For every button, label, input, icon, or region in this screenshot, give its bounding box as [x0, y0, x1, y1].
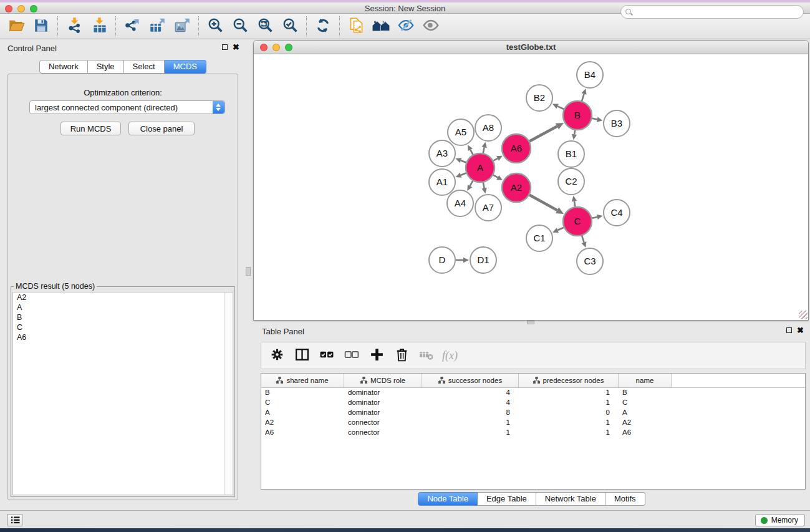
- graph-node-B4[interactable]: B4: [577, 62, 603, 88]
- graph-edge-A-A6[interactable]: [493, 156, 503, 161]
- close-panel-icon[interactable]: ✖: [233, 44, 239, 51]
- mcds-result-item[interactable]: A: [13, 302, 233, 312]
- table-cell[interactable]: dominator: [344, 388, 422, 398]
- mcds-result-list[interactable]: A2ABCA6: [12, 292, 233, 495]
- table-cell[interactable]: 0: [519, 408, 619, 418]
- table-cell[interactable]: dominator: [344, 398, 422, 408]
- table-cell[interactable]: 1: [422, 428, 519, 438]
- table-close-panel-icon[interactable]: ✖: [797, 327, 804, 334]
- settings-gear-button[interactable]: [268, 346, 286, 365]
- table-cell[interactable]: 1: [519, 388, 619, 398]
- mcds-result-item[interactable]: C: [13, 322, 233, 332]
- tab-edge-table[interactable]: Edge Table: [478, 492, 536, 506]
- table-cell[interactable]: 4: [422, 388, 519, 398]
- zoom-in-button[interactable]: [203, 15, 228, 37]
- table-row[interactable]: Cdominator41C: [261, 398, 805, 408]
- import-table-button[interactable]: [87, 15, 112, 37]
- task-history-button[interactable]: [7, 514, 22, 526]
- graph-node-B1[interactable]: B1: [558, 141, 584, 167]
- column-header-shared-name[interactable]: shared name: [261, 374, 344, 387]
- mcds-result-item[interactable]: A6: [13, 332, 233, 342]
- table-cell[interactable]: 1: [422, 418, 519, 428]
- graph-node-C1[interactable]: C1: [526, 225, 552, 251]
- graph-edge-A-A8[interactable]: [482, 142, 487, 153]
- export-network-button[interactable]: [120, 15, 145, 37]
- graph-node-C4[interactable]: C4: [604, 200, 630, 226]
- graph-node-D[interactable]: D: [429, 247, 455, 273]
- graph-edge-B-B2[interactable]: [552, 104, 564, 109]
- graph-edge-C-C1[interactable]: [552, 228, 564, 233]
- network-canvas[interactable]: B4B2BB3A5A8A6B1A3AA1C2A2A4A7CC4C1C3DD1: [254, 54, 808, 320]
- table-cell[interactable]: A: [619, 408, 672, 418]
- graph-node-D1[interactable]: D1: [470, 247, 496, 273]
- table-cell[interactable]: 1: [519, 428, 619, 438]
- open-session-button[interactable]: [4, 15, 29, 37]
- split-columns-button[interactable]: [292, 346, 311, 365]
- graph-edge-A6-B[interactable]: [529, 123, 564, 142]
- function-builder-button[interactable]: f(x): [442, 349, 458, 362]
- table-cell[interactable]: A2: [261, 418, 344, 428]
- table-cell[interactable]: 1: [519, 398, 619, 408]
- memory-button[interactable]: Memory: [755, 514, 805, 526]
- result-list-scrollbar[interactable]: [224, 293, 233, 495]
- network-window-titlebar[interactable]: testGlobe.txt: [254, 41, 808, 54]
- delete-table-button[interactable]: [417, 346, 436, 365]
- graph-edge-A-A2[interactable]: [493, 175, 503, 180]
- table-cell[interactable]: connector: [344, 418, 422, 428]
- visibility-button[interactable]: [418, 15, 443, 37]
- tab-motifs[interactable]: Motifs: [605, 492, 645, 506]
- save-session-button[interactable]: [29, 15, 54, 37]
- graph-node-A6[interactable]: A6: [502, 134, 531, 163]
- graph-edge-A2-C[interactable]: [529, 195, 564, 214]
- graph-edge-C-C2[interactable]: [572, 196, 577, 207]
- criterion-dropdown[interactable]: largest connected component (directed): [29, 100, 225, 114]
- graph-edge-A-A1[interactable]: [456, 173, 466, 178]
- table-cell[interactable]: C: [619, 398, 672, 408]
- export-image-button[interactable]: [170, 15, 195, 37]
- graph-node-A4[interactable]: A4: [447, 190, 473, 216]
- mcds-result-item[interactable]: B: [13, 312, 233, 322]
- export-table-button[interactable]: [145, 15, 170, 37]
- tab-node-table[interactable]: Node Table: [418, 492, 478, 506]
- table-row[interactable]: Bdominator41B: [261, 388, 805, 398]
- tab-select[interactable]: Select: [124, 60, 165, 74]
- graph-edge-A-A5[interactable]: [468, 145, 473, 155]
- graph-edge-D-D1[interactable]: [456, 258, 469, 263]
- tab-mcds[interactable]: MCDS: [165, 60, 206, 74]
- table-cell[interactable]: 4: [422, 398, 519, 408]
- table-cell[interactable]: A2: [619, 418, 672, 428]
- table-row[interactable]: A6connector11A6: [261, 428, 805, 438]
- column-header-successor-nodes[interactable]: successor nodes: [422, 374, 519, 387]
- tab-network[interactable]: Network: [39, 60, 88, 74]
- table-cell[interactable]: B: [261, 388, 344, 398]
- node-table[interactable]: shared nameMCDS rolesuccessor nodesprede…: [261, 373, 806, 490]
- graph-node-A7[interactable]: A7: [475, 195, 501, 221]
- table-row[interactable]: A2connector11A2: [261, 418, 805, 428]
- graph-node-B[interactable]: B: [563, 101, 592, 130]
- graph-node-A2[interactable]: A2: [502, 173, 531, 202]
- graph-edge-A-A7[interactable]: [482, 183, 487, 194]
- table-cell[interactable]: A6: [619, 428, 672, 438]
- window-resize-grip-icon[interactable]: [799, 311, 808, 319]
- home-button[interactable]: [369, 15, 393, 37]
- table-cell[interactable]: A: [261, 408, 344, 418]
- graph-edge-A-A3[interactable]: [456, 158, 466, 163]
- zoom-out-button[interactable]: [228, 15, 253, 37]
- graph-node-B3[interactable]: B3: [604, 110, 630, 137]
- graph-node-C[interactable]: C: [563, 207, 592, 236]
- float-panel-icon[interactable]: [222, 44, 228, 50]
- graph-edge-B-B3[interactable]: [592, 117, 603, 122]
- table-cell[interactable]: connector: [344, 428, 422, 438]
- graph-edge-A-A4[interactable]: [467, 181, 473, 191]
- graph-node-A[interactable]: A: [466, 153, 494, 182]
- import-network-button[interactable]: [62, 15, 87, 37]
- column-header-name[interactable]: name: [619, 374, 672, 387]
- graph-node-A1[interactable]: A1: [429, 169, 455, 195]
- zoom-selected-button[interactable]: [277, 15, 302, 37]
- vertical-splitter-handle[interactable]: [246, 267, 251, 276]
- graph-edge-B-B1[interactable]: [572, 130, 577, 140]
- graph-node-C3[interactable]: C3: [577, 248, 603, 274]
- network-file-button[interactable]: [344, 15, 369, 37]
- table-cell[interactable]: 1: [519, 418, 619, 428]
- graph-edge-B-B4[interactable]: [582, 89, 587, 101]
